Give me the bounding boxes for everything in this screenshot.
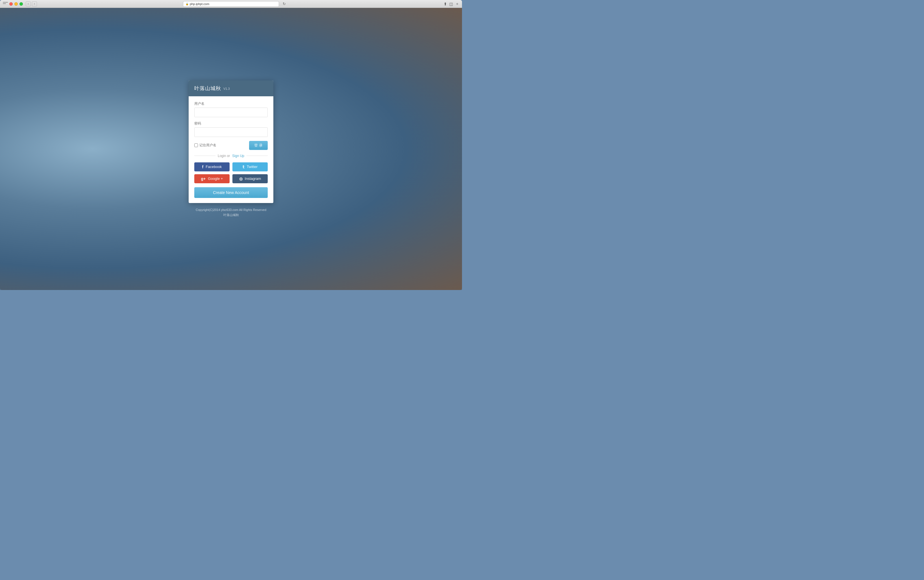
new-tab-button[interactable]: ＋ bbox=[455, 2, 459, 7]
password-input[interactable] bbox=[194, 127, 268, 137]
lock-icon: 🔒 bbox=[186, 3, 189, 5]
remember-text: 记住用户名 bbox=[199, 143, 216, 148]
twitter-button[interactable]: 𝕥 Twitter bbox=[232, 162, 268, 171]
password-group: 密码 bbox=[194, 121, 268, 137]
login-card: 叶落山城秋 V1.3 用户名 密码 bbox=[189, 81, 273, 203]
maximize-button[interactable] bbox=[20, 2, 23, 6]
address-bar[interactable]: 🔒 php.iphpt.com bbox=[183, 1, 279, 7]
content-area: 叶落山城秋 V1.3 用户名 密码 bbox=[0, 8, 462, 290]
create-account-button[interactable]: Create New Account bbox=[194, 187, 268, 198]
sidebar-toggle[interactable] bbox=[3, 2, 8, 6]
minimize-button[interactable] bbox=[15, 2, 18, 6]
password-label: 密码 bbox=[194, 121, 268, 126]
site-title: 叶落山城秋 bbox=[194, 85, 221, 92]
url-text: php.iphpt.com bbox=[190, 2, 209, 6]
username-group: 用户名 bbox=[194, 101, 268, 117]
twitter-icon: 𝕥 bbox=[242, 165, 245, 169]
card-title-text: 叶落山城秋 bbox=[194, 85, 221, 92]
card-body: 用户名 密码 记住用户名 登 录 bbox=[189, 96, 273, 203]
google-button[interactable]: g+ Google + bbox=[194, 174, 230, 183]
remember-label[interactable]: 记住用户名 bbox=[194, 143, 216, 148]
refresh-button[interactable]: ↻ bbox=[283, 2, 286, 6]
nav-buttons: ‹ › bbox=[26, 2, 37, 7]
facebook-button[interactable]: f Facebook bbox=[194, 162, 230, 171]
login-button[interactable]: 登 录 bbox=[249, 141, 268, 150]
close-button[interactable] bbox=[9, 2, 13, 6]
divider-text: Login or bbox=[218, 154, 230, 158]
google-label: Google + bbox=[208, 176, 223, 181]
reading-list-button[interactable]: ◫ bbox=[449, 2, 453, 6]
username-input[interactable] bbox=[194, 107, 268, 117]
google-icon: g+ bbox=[201, 176, 206, 181]
copyright-text: Copyright(C)2014 ylsc633.com All Rights … bbox=[196, 208, 266, 213]
facebook-icon: f bbox=[202, 165, 204, 169]
form-options-row: 记住用户名 登 录 bbox=[194, 141, 268, 150]
title-bar: ‹ › 🔒 php.iphpt.com ↻ ⬆ ◫ ＋ bbox=[0, 0, 462, 8]
back-button[interactable]: ‹ bbox=[26, 2, 31, 7]
traffic-lights bbox=[9, 2, 23, 6]
version-badge: V1.3 bbox=[223, 87, 230, 91]
toolbar-right: ⬆ ◫ ＋ bbox=[444, 2, 459, 7]
twitter-label: Twitter bbox=[247, 165, 257, 169]
forward-button[interactable]: › bbox=[32, 2, 37, 7]
instagram-label: Instagram bbox=[245, 176, 261, 181]
address-bar-container: 🔒 php.iphpt.com ↻ bbox=[183, 1, 279, 7]
site-name-footer: 叶落山城秋 bbox=[196, 213, 266, 218]
footer: Copyright(C)2014 ylsc633.com All Rights … bbox=[196, 208, 266, 218]
remember-checkbox[interactable] bbox=[194, 143, 198, 147]
facebook-label: Facebook bbox=[206, 165, 222, 169]
browser-window: ‹ › 🔒 php.iphpt.com ↻ ⬆ ◫ ＋ bbox=[0, 0, 462, 290]
card-header: 叶落山城秋 V1.3 bbox=[189, 81, 273, 96]
instagram-icon: ◎ bbox=[239, 176, 242, 181]
signup-link[interactable]: Sign Up bbox=[232, 154, 244, 158]
divider-row: Login or Sign Up bbox=[194, 154, 268, 158]
username-label: 用户名 bbox=[194, 101, 268, 106]
login-wrapper: 叶落山城秋 V1.3 用户名 密码 bbox=[0, 8, 462, 290]
instagram-button[interactable]: ◎ Instagram bbox=[232, 174, 268, 183]
share-button[interactable]: ⬆ bbox=[444, 2, 447, 6]
social-buttons: f Facebook 𝕥 Twitter g+ Google + ◎ bbox=[194, 162, 268, 183]
